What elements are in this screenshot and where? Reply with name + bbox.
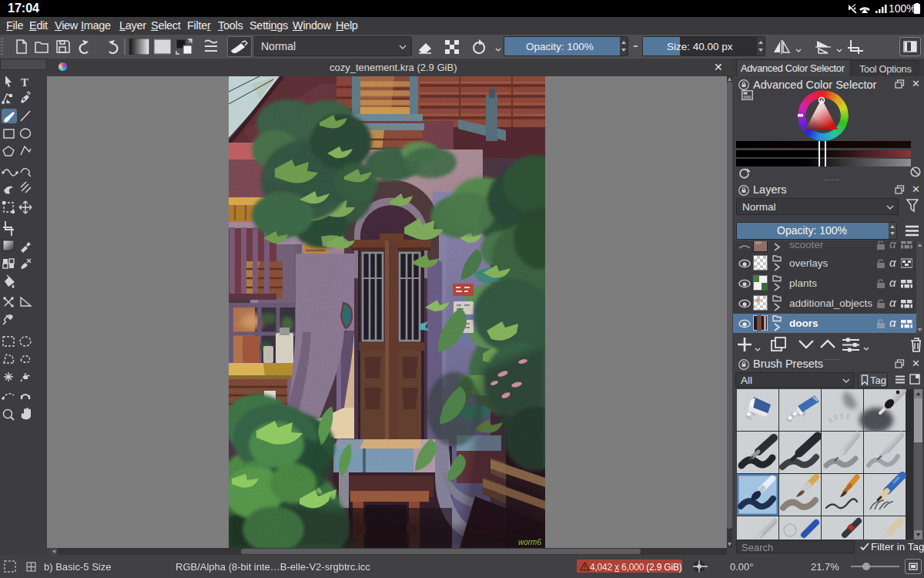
- svg-text:worm6: worm6: [518, 538, 541, 546]
- svg-text:T: T: [21, 76, 28, 89]
